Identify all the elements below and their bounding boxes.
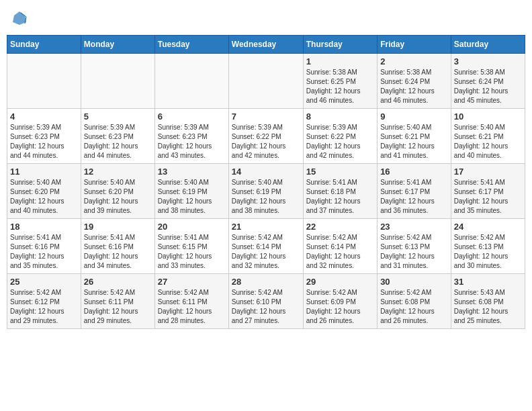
- calendar-cell: 10Sunrise: 5:40 AM Sunset: 6:21 PM Dayli…: [451, 109, 525, 164]
- day-number: 17: [454, 167, 522, 177]
- day-number: 31: [454, 277, 522, 287]
- calendar-cell: 13Sunrise: 5:40 AM Sunset: 6:19 PM Dayli…: [154, 164, 228, 219]
- calendar-cell: 22Sunrise: 5:42 AM Sunset: 6:14 PM Dayli…: [303, 219, 377, 274]
- calendar-cell: 11Sunrise: 5:40 AM Sunset: 6:20 PM Dayli…: [7, 164, 81, 219]
- day-number: 5: [84, 111, 152, 122]
- day-info: Sunrise: 5:42 AM Sunset: 6:13 PM Dayligh…: [380, 233, 448, 271]
- day-header-tuesday: Tuesday: [154, 36, 228, 54]
- day-number: 7: [232, 111, 300, 122]
- day-info: Sunrise: 5:39 AM Sunset: 6:23 PM Dayligh…: [158, 123, 226, 161]
- day-info: Sunrise: 5:40 AM Sunset: 6:21 PM Dayligh…: [454, 123, 522, 161]
- calendar-cell: 2Sunrise: 5:38 AM Sunset: 6:24 PM Daylig…: [378, 54, 451, 109]
- day-number: 6: [158, 111, 226, 122]
- day-header-monday: Monday: [81, 36, 154, 54]
- day-number: 2: [380, 56, 448, 66]
- day-number: 18: [10, 222, 78, 232]
- day-header-friday: Friday: [378, 36, 451, 54]
- day-number: 20: [158, 222, 226, 232]
- day-number: 21: [232, 222, 300, 232]
- day-info: Sunrise: 5:42 AM Sunset: 6:11 PM Dayligh…: [84, 288, 152, 326]
- calendar-cell: [7, 54, 81, 109]
- calendar-cell: 31Sunrise: 5:43 AM Sunset: 6:08 PM Dayli…: [451, 274, 525, 329]
- calendar-cell: 17Sunrise: 5:41 AM Sunset: 6:17 PM Dayli…: [451, 164, 525, 219]
- calendar-cell: 20Sunrise: 5:41 AM Sunset: 6:15 PM Dayli…: [154, 219, 228, 274]
- day-number: 24: [454, 222, 522, 232]
- calendar-cell: 21Sunrise: 5:42 AM Sunset: 6:14 PM Dayli…: [228, 219, 303, 274]
- day-info: Sunrise: 5:39 AM Sunset: 6:22 PM Dayligh…: [306, 123, 374, 161]
- calendar-cell: 6Sunrise: 5:39 AM Sunset: 6:23 PM Daylig…: [154, 109, 228, 164]
- calendar-cell: 25Sunrise: 5:42 AM Sunset: 6:12 PM Dayli…: [7, 274, 81, 329]
- day-number: 10: [454, 111, 522, 122]
- calendar-cell: 24Sunrise: 5:42 AM Sunset: 6:13 PM Dayli…: [451, 219, 525, 274]
- day-info: Sunrise: 5:40 AM Sunset: 6:20 PM Dayligh…: [84, 178, 152, 216]
- day-number: 8: [306, 111, 374, 122]
- day-number: 11: [10, 167, 78, 177]
- day-info: Sunrise: 5:40 AM Sunset: 6:19 PM Dayligh…: [158, 178, 226, 216]
- day-number: 9: [380, 111, 448, 122]
- calendar-cell: 1Sunrise: 5:38 AM Sunset: 6:25 PM Daylig…: [303, 54, 377, 109]
- day-info: Sunrise: 5:41 AM Sunset: 6:16 PM Dayligh…: [10, 233, 78, 271]
- calendar-cell: 9Sunrise: 5:40 AM Sunset: 6:21 PM Daylig…: [378, 109, 451, 164]
- day-info: Sunrise: 5:42 AM Sunset: 6:08 PM Dayligh…: [380, 288, 448, 326]
- calendar-cell: 27Sunrise: 5:42 AM Sunset: 6:11 PM Dayli…: [154, 274, 228, 329]
- day-number: 23: [380, 222, 448, 232]
- calendar-cell: 14Sunrise: 5:40 AM Sunset: 6:19 PM Dayli…: [228, 164, 303, 219]
- calendar-cell: 4Sunrise: 5:39 AM Sunset: 6:23 PM Daylig…: [7, 109, 81, 164]
- calendar-cell: [228, 54, 303, 109]
- day-number: 13: [158, 167, 226, 177]
- day-number: 26: [84, 277, 152, 287]
- calendar-cell: 30Sunrise: 5:42 AM Sunset: 6:08 PM Dayli…: [378, 274, 451, 329]
- calendar-cell: 23Sunrise: 5:42 AM Sunset: 6:13 PM Dayli…: [378, 219, 451, 274]
- day-number: 1: [306, 56, 374, 66]
- logo-icon: [11, 10, 28, 26]
- day-info: Sunrise: 5:41 AM Sunset: 6:18 PM Dayligh…: [306, 178, 374, 216]
- day-number: 19: [84, 222, 152, 232]
- header: [7, 7, 525, 30]
- day-info: Sunrise: 5:40 AM Sunset: 6:19 PM Dayligh…: [232, 178, 300, 216]
- calendar-cell: 18Sunrise: 5:41 AM Sunset: 6:16 PM Dayli…: [7, 219, 81, 274]
- day-info: Sunrise: 5:38 AM Sunset: 6:24 PM Dayligh…: [454, 68, 522, 105]
- day-info: Sunrise: 5:42 AM Sunset: 6:13 PM Dayligh…: [454, 233, 522, 271]
- day-info: Sunrise: 5:42 AM Sunset: 6:10 PM Dayligh…: [232, 288, 300, 326]
- calendar-cell: [154, 54, 228, 109]
- day-info: Sunrise: 5:39 AM Sunset: 6:23 PM Dayligh…: [84, 123, 152, 161]
- day-info: Sunrise: 5:42 AM Sunset: 6:11 PM Dayligh…: [158, 288, 226, 326]
- day-number: 30: [380, 277, 448, 287]
- calendar-cell: 16Sunrise: 5:41 AM Sunset: 6:17 PM Dayli…: [378, 164, 451, 219]
- day-info: Sunrise: 5:38 AM Sunset: 6:24 PM Dayligh…: [380, 68, 448, 105]
- day-header-sunday: Sunday: [7, 36, 81, 54]
- calendar-cell: [81, 54, 154, 109]
- day-info: Sunrise: 5:40 AM Sunset: 6:20 PM Dayligh…: [10, 178, 78, 216]
- calendar-cell: 7Sunrise: 5:39 AM Sunset: 6:22 PM Daylig…: [228, 109, 303, 164]
- calendar-cell: 3Sunrise: 5:38 AM Sunset: 6:24 PM Daylig…: [451, 54, 525, 109]
- day-number: 12: [84, 167, 152, 177]
- day-number: 4: [10, 111, 78, 122]
- day-info: Sunrise: 5:39 AM Sunset: 6:22 PM Dayligh…: [232, 123, 300, 161]
- day-number: 27: [158, 277, 226, 287]
- day-header-wednesday: Wednesday: [228, 36, 303, 54]
- day-number: 29: [306, 277, 374, 287]
- day-info: Sunrise: 5:42 AM Sunset: 6:12 PM Dayligh…: [10, 288, 78, 326]
- day-number: 3: [454, 56, 522, 66]
- day-info: Sunrise: 5:38 AM Sunset: 6:25 PM Dayligh…: [306, 68, 374, 105]
- day-info: Sunrise: 5:39 AM Sunset: 6:23 PM Dayligh…: [10, 123, 78, 161]
- calendar-cell: 26Sunrise: 5:42 AM Sunset: 6:11 PM Dayli…: [81, 274, 154, 329]
- day-info: Sunrise: 5:41 AM Sunset: 6:17 PM Dayligh…: [454, 178, 522, 216]
- day-number: 15: [306, 167, 374, 177]
- day-info: Sunrise: 5:41 AM Sunset: 6:15 PM Dayligh…: [158, 233, 226, 271]
- day-info: Sunrise: 5:42 AM Sunset: 6:09 PM Dayligh…: [306, 288, 374, 326]
- day-info: Sunrise: 5:42 AM Sunset: 6:14 PM Dayligh…: [232, 233, 300, 271]
- day-number: 25: [10, 277, 78, 287]
- day-number: 28: [232, 277, 300, 287]
- day-number: 22: [306, 222, 374, 232]
- calendar-cell: 8Sunrise: 5:39 AM Sunset: 6:22 PM Daylig…: [303, 109, 377, 164]
- day-number: 14: [232, 167, 300, 177]
- calendar-cell: 29Sunrise: 5:42 AM Sunset: 6:09 PM Dayli…: [303, 274, 377, 329]
- day-info: Sunrise: 5:41 AM Sunset: 6:17 PM Dayligh…: [380, 178, 448, 216]
- calendar-cell: 5Sunrise: 5:39 AM Sunset: 6:23 PM Daylig…: [81, 109, 154, 164]
- calendar-cell: 15Sunrise: 5:41 AM Sunset: 6:18 PM Dayli…: [303, 164, 377, 219]
- day-number: 16: [380, 167, 448, 177]
- day-info: Sunrise: 5:43 AM Sunset: 6:08 PM Dayligh…: [454, 288, 522, 326]
- calendar-cell: 28Sunrise: 5:42 AM Sunset: 6:10 PM Dayli…: [228, 274, 303, 329]
- day-header-thursday: Thursday: [303, 36, 377, 54]
